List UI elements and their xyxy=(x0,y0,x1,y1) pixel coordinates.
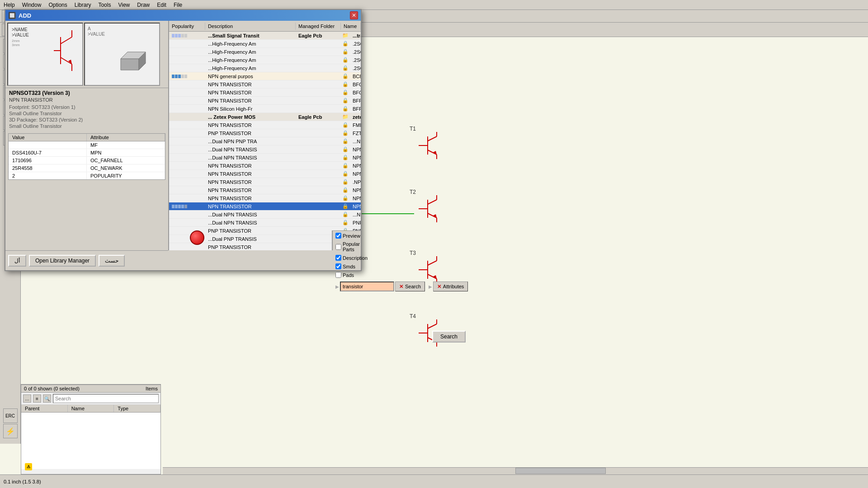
attr-key-popularity: POPULARITY xyxy=(87,172,165,179)
list-item[interactable]: ...High-Frequency Am 🔒 .2SC4083T xyxy=(169,48,361,56)
add-dialog: 🔲 ADD ✕ >NAME >VALUE 2mm3mm xyxy=(5,9,362,271)
description-checkbox[interactable] xyxy=(335,255,341,261)
items-label: Items xyxy=(146,386,158,391)
dim-label: 2mm3mm xyxy=(12,39,20,47)
menu-view[interactable]: View xyxy=(114,1,133,9)
menu-file[interactable]: File xyxy=(170,1,186,9)
dialog-close-btn[interactable]: ✕ xyxy=(350,11,358,19)
smds-checkbox-label[interactable]: Smds xyxy=(335,263,355,269)
attr-val-mpn: DSS4160U-7 xyxy=(9,149,87,156)
menu-library[interactable]: Library xyxy=(71,1,95,9)
schematic-preview: >NAME >VALUE 2mm3mm xyxy=(7,23,83,86)
preview-checkbox-label[interactable]: Preview xyxy=(335,233,360,239)
search-input[interactable] xyxy=(340,282,394,291)
bottom-content xyxy=(21,413,160,469)
attr-row-farnell: 1710696 OC_FARNELL xyxy=(9,157,165,164)
list-item-selected[interactable]: NPN TRANSISTOR 🔒 NPNSOT323 xyxy=(169,202,361,211)
attr-row-mpn: DSS4160U-7 MPN xyxy=(9,149,165,157)
attr-row-popularity: 2 POPULARITY xyxy=(9,172,165,179)
menu-options[interactable]: Options xyxy=(45,1,71,9)
menu-window[interactable]: Window xyxy=(19,1,45,9)
btn-arabic1[interactable]: أل xyxy=(8,255,26,267)
dialog-titlebar: 🔲 ADD ✕ xyxy=(5,10,361,21)
erc-badge: ⚠ xyxy=(25,463,32,470)
status-coord: 0.1 inch (1.5 3.8) xyxy=(4,479,41,484)
description-checkbox-label[interactable]: Description xyxy=(335,255,368,261)
list-item[interactable]: NPN TRANSISTOR 🔒 NPNSOT89 xyxy=(169,186,361,194)
col-type: Type xyxy=(114,405,160,412)
col-header-name[interactable]: Name xyxy=(341,23,361,30)
lightning-btn[interactable]: ⚡ xyxy=(3,424,18,438)
list-item[interactable]: ...High-Frequency Am 🔒 .2SC3838T xyxy=(169,40,361,48)
open-library-manager-btn[interactable]: Open Library Manager xyxy=(29,255,96,267)
comp-footprint: Footprint: SOT323 (Version 1) xyxy=(9,104,165,110)
pads-checkbox-label[interactable]: Pads xyxy=(335,272,354,278)
search-button[interactable]: ✕ Search xyxy=(395,282,425,291)
list-item[interactable]: NPN TRANSISTOR 🔒 .NPNSOT2 xyxy=(169,178,361,186)
list-item[interactable]: NPN TRANSISTOR 🔒 NPNMS0P8 xyxy=(169,162,361,170)
list-item[interactable]: ...Dual NPN PNP TRA 🔒 ...NPN-PNP5 xyxy=(169,137,361,145)
attributes-table: Value Attribute MF DSS4160U-7 MPN 171069… xyxy=(8,133,165,180)
menu-tools[interactable]: Tools xyxy=(94,1,114,9)
list-item[interactable]: NPN TRANSISTOR 🔒 NPNSOT23 xyxy=(169,170,361,178)
component-list[interactable]: ...Small Signal Transit Eagle Pcb 📁 ...t… xyxy=(169,32,361,250)
bottom-search-input[interactable] xyxy=(53,394,159,403)
list-item[interactable]: NPN Silicon High-Fr 🔒 BFR96 xyxy=(169,105,361,113)
attr-key-mf: MF xyxy=(87,141,165,149)
col-header-popularity[interactable]: Popularity xyxy=(169,23,205,30)
erc-btn[interactable]: ERC xyxy=(3,408,18,423)
status-bar: 0.1 inch (1.5 3.8) xyxy=(0,474,868,488)
transistor-label-t2: T2 xyxy=(410,189,416,195)
attributes-button[interactable]: ✕ Attributes xyxy=(433,282,468,291)
list-item[interactable]: PNP TRANSISTOR 🔒 FZT789A xyxy=(169,129,361,137)
schematic-search-btn[interactable]: Search xyxy=(432,331,466,343)
horizontal-scrollbar[interactable] xyxy=(163,467,868,474)
list-item[interactable]: NPN TRANSISTOR 🔒 BFR90 xyxy=(169,97,361,105)
managed-cell: Eagle Pcb xyxy=(296,33,341,39)
attr-row-mf: MF xyxy=(9,141,165,149)
attr-val-newark: 25R4558 xyxy=(9,164,87,172)
transistor-label-t4: T4 xyxy=(410,313,416,319)
name-cell: ...transistor-small ▼ xyxy=(350,33,361,39)
list-item[interactable]: NPN TRANSISTOR 🔒 NPNSOT223 xyxy=(169,194,361,202)
list-item[interactable]: NPN TRANSISTOR 🔒 BFG505X xyxy=(169,89,361,97)
list-item[interactable]: ...Dual NPN TRANSIS 🔒 PNP2SM8 xyxy=(169,219,361,227)
col-header-managed[interactable]: Managed Folder xyxy=(296,23,341,30)
red-circle-indicator xyxy=(190,230,204,245)
btn-arabic2[interactable]: حسث xyxy=(99,255,125,267)
list-item[interactable]: ...High-Frequency Am 🔒 .2SC5662T xyxy=(169,64,361,72)
col-header-description[interactable]: Description xyxy=(205,23,296,30)
menu-edit[interactable]: Edit xyxy=(153,1,170,9)
list-item[interactable]: ...High-Frequency Am 🔒 .2SC4726TL xyxy=(169,56,361,64)
preview-checkbox[interactable] xyxy=(335,233,341,239)
smds-checkbox[interactable] xyxy=(335,263,341,269)
list-item[interactable]: NPN TRANSISTOR 🔒 FMMT451 xyxy=(169,121,361,129)
attr-key-mpn: MPN xyxy=(87,149,165,156)
bottom-search-icon-btn[interactable]: 🔍 xyxy=(43,394,51,403)
scrollbar-thumb[interactable] xyxy=(515,468,606,474)
list-item[interactable]: ...Dual NPN TRANSIS 🔒 ...NPN_PNP xyxy=(169,211,361,219)
transistor-t1 xyxy=(414,127,450,164)
attr-x-icon: ✕ xyxy=(437,284,441,290)
bottom-panel-header: 0 of 0 shown (0 selected) Items xyxy=(21,385,160,393)
comp-package-label: Small Outline Transistor xyxy=(9,111,165,116)
list-item[interactable]: ...Small Signal Transit Eagle Pcb 📁 ...t… xyxy=(169,32,361,40)
list-item[interactable]: ...Dual NPN TRANSIS 🔒 NPNDUAL xyxy=(169,154,361,162)
preview-area: >NAME >VALUE 2mm3mm xyxy=(5,21,168,88)
list-item[interactable]: NPN TRANSISTOR 🔒 BFG505 xyxy=(169,80,361,89)
list-item[interactable]: NPN general purpos 🔒 BC847BS xyxy=(169,72,361,80)
bottom-tb-btn1[interactable]: … xyxy=(23,394,31,403)
popular-parts-checkbox[interactable] xyxy=(335,244,341,250)
popular-parts-checkbox-label[interactable]: Popular Parts xyxy=(335,241,360,252)
list-item[interactable]: ...Dual NPN TRANSIS 🔒 NPN2SM8 xyxy=(169,145,361,154)
attr-table-header: Value Attribute xyxy=(9,134,165,141)
svg-line-22 xyxy=(428,324,437,328)
pads-checkbox[interactable] xyxy=(335,272,341,278)
list-header: Popularity Description Managed Folder Na… xyxy=(169,21,361,32)
menu-draw[interactable]: Draw xyxy=(133,1,153,9)
menu-help[interactable]: Help xyxy=(0,1,19,9)
list-item[interactable]: ... Zetex Power MOS Eagle Pcb 📁 zetex ▼ xyxy=(169,113,361,121)
desc-cell: ...Small Signal Transit xyxy=(205,33,296,39)
attr-key-newark: OC_NEWARK xyxy=(87,164,165,172)
bottom-tb-btn2[interactable]: ≡ xyxy=(33,394,41,403)
